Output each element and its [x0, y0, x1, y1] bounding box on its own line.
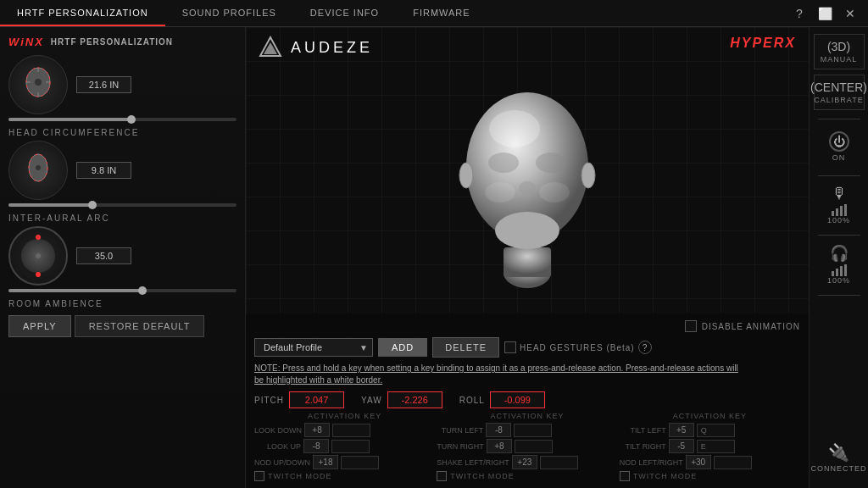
- roll-label: ROLL: [459, 396, 485, 405]
- shake-lr-label: SHAKE LEFT/RIGHT: [437, 458, 509, 467]
- left-panel: WiNX HRTF PERSONALIZATION 21.6 IN: [0, 27, 246, 488]
- svg-point-9: [36, 165, 41, 170]
- add-button[interactable]: ADD: [378, 338, 427, 357]
- mic-volume-button[interactable]: 🎙 100%: [814, 181, 865, 228]
- hp-vol-label: 100%: [827, 276, 850, 285]
- right-divider-3: [818, 235, 860, 236]
- connected-section: 🔌 CONNECTED: [814, 442, 865, 481]
- svg-point-15: [495, 212, 559, 249]
- head-circ-label: HEAD CIRCUMFERENCE: [8, 128, 236, 137]
- mic-bar-2: [836, 208, 838, 216]
- activation-col-pitch: ACTIVATION KEY LOOK DOWN +8 LOOK UP -8 N…: [254, 412, 435, 481]
- twitch-checkbox-1[interactable]: [254, 471, 264, 481]
- nod-lr-input[interactable]: [714, 456, 752, 469]
- close-icon[interactable]: ✕: [841, 4, 860, 23]
- tab-sound[interactable]: SOUND PROFILES: [165, 0, 293, 26]
- head-circ-value[interactable]: 21.6 IN: [76, 76, 131, 93]
- head-circ-row: 21.6 IN: [8, 55, 236, 114]
- svg-point-2: [35, 79, 42, 86]
- head-gestures-help-icon[interactable]: ?: [638, 341, 652, 354]
- room-ambience-knob[interactable]: [8, 226, 68, 286]
- svg-point-16: [488, 152, 519, 173]
- twitch-checkbox-2[interactable]: [437, 471, 447, 481]
- look-down-value: +8: [304, 423, 330, 437]
- turn-right-input[interactable]: [515, 440, 553, 453]
- svg-marker-11: [264, 42, 277, 54]
- head-gestures-checkbox[interactable]: [504, 341, 516, 353]
- panel-title-text: HRTF PERSONALIZATION: [51, 37, 173, 47]
- tab-device[interactable]: DEVICE INFO: [293, 0, 396, 26]
- delete-button[interactable]: DELETE: [432, 337, 499, 358]
- hp-bar-4: [844, 264, 847, 276]
- act-row-tilt-left: TILT LEFT +5: [620, 423, 800, 437]
- right-divider-4: [818, 295, 860, 296]
- mic-bar-3: [840, 206, 843, 216]
- inter-aural-row: 9.8 IN: [8, 141, 236, 200]
- head-top-icon: [8, 55, 68, 114]
- twitch-row-3: TWITCH MODE: [620, 471, 800, 481]
- right-divider-2: [818, 175, 860, 176]
- head-gestures-wrapper: HEAD GESTURES (Beta) ?: [504, 341, 652, 354]
- svg-point-19: [489, 110, 540, 147]
- tab-firmware[interactable]: FIRMWARE: [396, 0, 487, 26]
- turn-right-label: TURN RIGHT: [437, 442, 484, 451]
- right-divider-1: [818, 119, 860, 119]
- nod-updown-input[interactable]: [341, 456, 379, 469]
- bottom-controls: DISABLE ANIMATION Default Profile Profil…: [246, 313, 809, 488]
- look-up-input[interactable]: [331, 440, 370, 453]
- usb-icon: 🔌: [828, 442, 849, 463]
- tilt-left-value: +5: [669, 423, 694, 437]
- tilt-left-label: TILT LEFT: [620, 426, 666, 435]
- room-ambience-value[interactable]: 35.0: [76, 247, 131, 264]
- room-ambience-slider[interactable]: [8, 289, 236, 292]
- pyr-row: PITCH 2.047 YAW -2.226 ROLL -0.099: [254, 391, 800, 408]
- twitch-label-3: TWITCH MODE: [633, 472, 698, 480]
- roll-value[interactable]: -0.099: [490, 391, 545, 408]
- inter-aural-value[interactable]: 9.8 IN: [76, 162, 131, 179]
- twitch-row-2: TWITCH MODE: [437, 471, 617, 481]
- disable-anim-checkbox[interactable]: [685, 320, 697, 332]
- profile-row: Default Profile Profile 1 Profile 2 ▼ AD…: [254, 337, 800, 358]
- head-svg: [442, 65, 612, 294]
- power-icon: ⏻: [829, 131, 849, 152]
- restore-icon[interactable]: ⬜: [815, 4, 834, 23]
- center-area: AUDEZE HYPERX: [246, 27, 809, 488]
- help-icon[interactable]: ?: [790, 4, 809, 23]
- shake-lr-input[interactable]: [540, 456, 578, 469]
- turn-left-label: TURN LEFT: [437, 426, 483, 435]
- head-circ-slider[interactable]: [8, 118, 236, 121]
- pitch-value[interactable]: 2.047: [289, 391, 344, 408]
- twitch-checkbox-3[interactable]: [620, 471, 630, 481]
- look-down-input[interactable]: [332, 424, 370, 437]
- nod-lr-label: NOD LEFT/RIGHT: [620, 458, 683, 467]
- yaw-label: YAW: [361, 396, 382, 405]
- twitch-row-1: TWITCH MODE: [254, 471, 435, 481]
- headphone-volume-button[interactable]: 🎧 100%: [814, 241, 865, 288]
- audeze-header: AUDEZE HYPERX: [246, 27, 809, 68]
- inter-aural-slider[interactable]: [8, 203, 236, 207]
- svg-point-22: [485, 182, 515, 202]
- power-button[interactable]: ⏻ ON: [814, 125, 865, 169]
- restore-button[interactable]: RESTORE DEFAULT: [75, 315, 205, 337]
- head-gestures-label: HEAD GESTURES (Beta): [520, 343, 635, 352]
- yaw-value[interactable]: -2.226: [387, 391, 442, 408]
- activation-col-yaw: ACTIVATION KEY TURN LEFT -8 TURN RIGHT +…: [437, 412, 617, 481]
- profile-select[interactable]: Default Profile Profile 1 Profile 2: [254, 338, 373, 357]
- apply-button[interactable]: APPLY: [8, 315, 71, 337]
- tilt-right-input[interactable]: [697, 440, 735, 453]
- twitch-label-2: TWITCH MODE: [450, 472, 515, 480]
- turn-left-input[interactable]: [514, 424, 552, 437]
- inter-aural-label: INTER-AURAL ARC: [8, 214, 236, 223]
- center-button[interactable]: (CENTER) CALIBRATE: [814, 75, 865, 110]
- mic-icon: 🎙: [832, 185, 847, 202]
- mic-vol-label: 100%: [827, 216, 850, 225]
- 3d-button[interactable]: (3D) MANUAL: [814, 34, 865, 69]
- manual-label: MANUAL: [821, 55, 858, 64]
- tilt-left-input[interactable]: [697, 424, 735, 437]
- activation-col-roll: ACTIVATION KEY TILT LEFT +5 TILT RIGHT -…: [620, 412, 800, 481]
- head-side-icon: [8, 141, 68, 200]
- disable-anim-row: DISABLE ANIMATION: [254, 320, 800, 332]
- tab-hrtf[interactable]: HRTF PERSONALIZATION: [0, 0, 165, 26]
- nav-icons: ? ⬜ ✕: [790, 4, 868, 23]
- hyperx-logo: HYPERX: [730, 36, 796, 51]
